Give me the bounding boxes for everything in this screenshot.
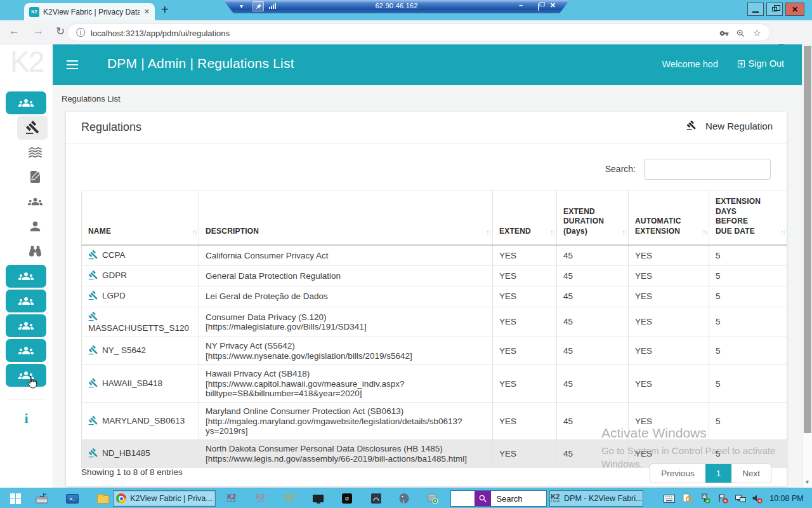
pagination-next[interactable]: Next	[731, 464, 771, 483]
sidebar-item[interactable]	[0, 239, 53, 264]
window-minimize-button[interactable]	[747, 3, 764, 16]
password-key-icon[interactable]	[719, 29, 729, 41]
cell-extension-days: 5	[709, 403, 787, 440]
start-button[interactable]	[4, 488, 27, 508]
browser-toolbar: ← → ↻ ⓘ localhost:3213/app/pdm/ui/regula…	[0, 20, 812, 44]
cell-extension-days: 5	[709, 245, 787, 266]
rdp-restore-button[interactable]	[538, 4, 539, 10]
scrollbar[interactable]: ▾	[802, 44, 812, 488]
sidebar-item[interactable]	[0, 140, 53, 164]
volume-muted-icon[interactable]	[749, 488, 765, 508]
table-row[interactable]: GDPRGeneral Data Protection RegulationYE…	[82, 265, 787, 286]
tab-close-icon[interactable]: ✕	[144, 8, 150, 16]
sidebar-item[interactable]	[0, 90, 53, 115]
sidebar-item[interactable]	[0, 338, 53, 363]
rdp-minimize-button[interactable]: –	[519, 1, 523, 9]
k2-logo: K2	[10, 44, 52, 79]
sort-icon[interactable]: ↑↓	[622, 227, 626, 236]
sidebar-item[interactable]	[0, 164, 53, 189]
url-text[interactable]: localhost:3213/app/pdm/ui/regulations	[91, 29, 230, 38]
table-row[interactable]: HAWAII_SB418Hawaii Privacy Act (SB418) […	[82, 365, 787, 403]
cell-description: Maryland Online Consumer Protection Act …	[199, 403, 493, 440]
column-header[interactable]: EXTENSION DAYS BEFORE DUE DATE↑↓	[709, 191, 787, 245]
address-bar[interactable]: ⓘ localhost:3213/app/pdm/ui/regulations …	[67, 23, 770, 41]
k2view-app-icon-3[interactable]: K2VIEW	[279, 488, 301, 508]
rdp-ip-address: 62.90.46.162	[223, 2, 570, 10]
sidebar-item[interactable]	[0, 214, 53, 239]
rdp-close-button[interactable]: ✕	[550, 1, 556, 10]
window-close-button[interactable]: ✕	[785, 3, 804, 16]
welcome-text: Welcome hod	[662, 59, 718, 69]
scrollbar-down-icon[interactable]: ▾	[802, 478, 812, 485]
action-center-flag-icon[interactable]	[714, 488, 731, 508]
new-tab-button[interactable]: +	[161, 3, 169, 17]
hamburger-menu-icon[interactable]	[67, 60, 78, 72]
search-label: Search:	[605, 164, 636, 174]
taskbar-clock[interactable]: 10:08 PM	[765, 488, 808, 508]
cell-extend-duration: 45	[557, 365, 629, 403]
k2view-icon: K2VIEW	[551, 493, 561, 504]
sidebar-item[interactable]	[0, 313, 53, 338]
k2view-app-icon[interactable]: K2VIEW	[221, 488, 242, 508]
column-header[interactable]: EXTEND DURATION (Days)↑↓	[557, 191, 629, 245]
sort-icon[interactable]: ↑↓	[486, 227, 490, 236]
sign-out-label: Sign Out	[749, 58, 784, 69]
taskbar-task-chrome[interactable]: K2View Fabric | Priva...	[113, 490, 216, 507]
sort-icon[interactable]: ↑↓	[702, 227, 707, 236]
sign-out-button[interactable]: Sign Out	[737, 58, 784, 69]
forward-icon[interactable]: →	[33, 25, 44, 37]
sidebar-item[interactable]	[0, 189, 53, 214]
tray-log-search-icon[interactable]	[679, 488, 695, 508]
sidebar-item[interactable]	[0, 288, 53, 313]
pagination-previous[interactable]: Previous	[650, 464, 705, 483]
cell-description: California Consumer Privacy Act	[199, 245, 493, 266]
console-window-icon[interactable]	[308, 488, 327, 508]
file-explorer-icon[interactable]	[93, 488, 113, 508]
table-row[interactable]: CCPACalifornia Consumer Privacy ActYES45…	[82, 245, 787, 266]
cell-name: NY_ S5642	[82, 337, 199, 365]
sort-icon[interactable]: ↑↓	[192, 227, 197, 236]
k2view-app-icon-2[interactable]: K2VIEW	[250, 488, 272, 508]
column-header[interactable]: DESCRIPTION↑↓	[199, 191, 493, 245]
postgresql-icon[interactable]	[395, 488, 414, 508]
sidebar-item[interactable]	[0, 115, 53, 140]
intellij-icon[interactable]: IJ	[337, 488, 357, 508]
column-header[interactable]: EXTEND↑↓	[493, 191, 557, 245]
touch-keyboard-icon[interactable]	[661, 488, 678, 508]
column-header[interactable]: NAME↑↓	[82, 191, 199, 245]
cell-extend: YES	[493, 286, 557, 307]
back-icon[interactable]: ←	[9, 25, 20, 37]
table-row[interactable]: LGPDLei Geral de Proteção de DadosYES45Y…	[82, 286, 787, 307]
server-manager-icon[interactable]	[32, 488, 52, 508]
sidebar-item[interactable]	[0, 363, 53, 387]
zoom-icon[interactable]	[736, 29, 745, 41]
table-row[interactable]: MARYLAND_SB0613Maryland Online Consumer …	[82, 403, 787, 440]
database-tool-icon[interactable]	[422, 488, 443, 508]
bookmark-star-icon[interactable]: ☆	[753, 27, 761, 39]
taskbar-search-box[interactable]: Search	[450, 490, 547, 507]
browser-tab[interactable]: K2 K2View Fabric | Privacy Data Man ✕	[24, 3, 155, 20]
pagination-page-1[interactable]: 1	[705, 464, 732, 483]
sort-icon[interactable]: ↑↓	[780, 227, 785, 236]
info-icon[interactable]: i	[0, 410, 53, 427]
powershell-icon[interactable]: >_	[62, 488, 82, 508]
column-header-label: EXTENSION DAYS BEFORE DUE DATE	[716, 197, 760, 236]
table-row[interactable]: NY_ S5642NY Privacy Act (S5642) [https:/…	[82, 337, 787, 365]
regulation-name: GDPR	[102, 271, 127, 280]
reload-icon[interactable]: ↻	[56, 25, 65, 38]
window-restore-button[interactable]	[766, 3, 783, 16]
scrollbar-thumb[interactable]	[804, 46, 811, 433]
dbeaver-icon[interactable]	[367, 488, 386, 508]
gavel-icon	[88, 270, 98, 282]
column-header[interactable]: AUTOMATIC EXTENSION↑↓	[629, 191, 709, 245]
app-header: DPM | Admin | Regulations List Welcome h…	[53, 44, 802, 85]
sidebar-item[interactable]	[0, 264, 53, 288]
network-icon[interactable]	[732, 488, 749, 508]
new-regulation-button[interactable]: New Regulation	[686, 120, 773, 132]
table-row[interactable]: MASSACHUSETTS_S120Consumer Data Privacy …	[82, 307, 787, 337]
sort-icon[interactable]: ↑↓	[550, 227, 554, 236]
taskbar-task-dpm[interactable]: K2VIEW DPM - K2View Fabri...	[549, 490, 643, 507]
search-input[interactable]	[644, 159, 771, 180]
page-info-icon[interactable]: ⓘ	[76, 27, 85, 39]
usb-device-icon[interactable]	[697, 488, 713, 508]
